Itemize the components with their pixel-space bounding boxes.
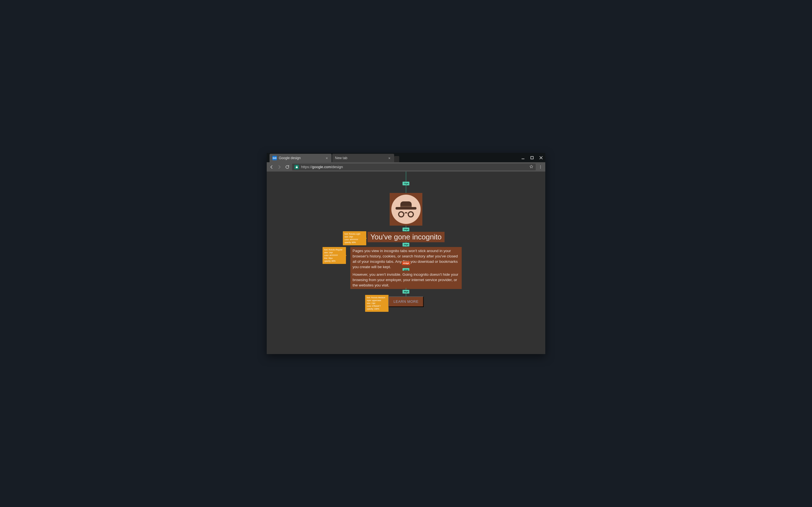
incognito-icon (390, 193, 422, 226)
tab-label: Google design (279, 156, 301, 160)
spec-chip: 36pt (403, 290, 409, 293)
window-controls (520, 153, 544, 162)
new-tab-button[interactable] (394, 156, 399, 162)
close-window-icon[interactable] (539, 155, 544, 160)
spec-chip: 24pt (403, 243, 409, 246)
svg-point-7 (540, 168, 541, 168)
toolbar: https://google.com/design (267, 162, 545, 172)
spec-width-chip: 410pt (402, 262, 410, 265)
page-title: You've gone incognito (368, 232, 445, 242)
menu-kebab-icon[interactable] (538, 164, 544, 170)
lock-icon (294, 165, 299, 169)
tab-google-design[interactable]: GD Google design × (269, 154, 332, 162)
minimize-icon[interactable] (520, 155, 525, 160)
svg-point-6 (540, 166, 541, 167)
address-bar[interactable]: https://google.com/design (292, 164, 536, 170)
spec-callout-title: font: Roboto-Light size: 28pt color: #FF… (343, 231, 366, 245)
tab-strip: GD Google design × New tab × (267, 153, 545, 162)
url-text: https://google.com/design (301, 165, 343, 169)
spec-callout-button: font: Roboto-Medium style: uppercase siz… (365, 295, 389, 312)
close-icon[interactable]: × (388, 156, 391, 160)
tab-label: New tab (335, 156, 347, 160)
bookmark-star-icon[interactable] (529, 165, 534, 170)
tab-new-tab[interactable]: New tab × (332, 154, 394, 162)
browser-window: GD Google design × New tab × (267, 153, 545, 354)
page-content: 72pt 24pt font: Roboto-Light size: 28pt … (267, 172, 545, 354)
favicon-icon: GD (272, 156, 277, 160)
maximize-icon[interactable] (529, 155, 535, 160)
back-icon[interactable] (268, 164, 274, 170)
close-icon[interactable]: × (325, 156, 329, 160)
spec-callout-body: font: Roboto-Regular size: 14pt color: #… (322, 247, 346, 264)
spec-chip: 72pt (403, 182, 409, 185)
body-paragraph: Pages you view in incognito tabs won't s… (350, 247, 462, 271)
learn-more-button[interactable]: LEARN MORE (389, 296, 424, 307)
reload-icon[interactable] (284, 164, 290, 170)
spec-chip: 24pt (403, 228, 409, 231)
svg-rect-1 (531, 156, 534, 159)
body-paragraph: However, you aren't invisible. Going inc… (350, 271, 462, 289)
svg-point-5 (540, 165, 541, 166)
forward-icon[interactable] (276, 164, 283, 170)
svg-rect-4 (296, 167, 297, 168)
